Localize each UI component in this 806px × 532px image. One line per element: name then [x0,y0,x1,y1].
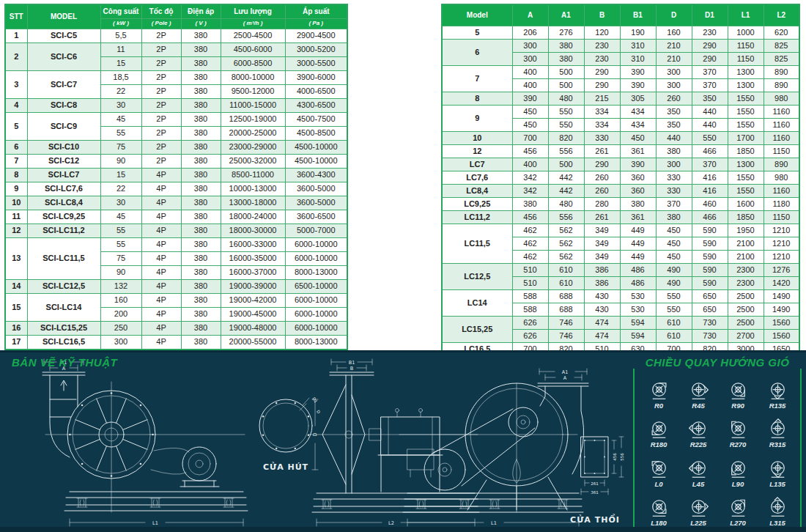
table-cell: 2P [141,99,181,113]
discharge-port-drawing: 456 556 261 361 CỬA THỔI [570,437,624,525]
stt-cell: 4 [5,99,27,113]
column-header: Model [442,4,512,26]
table-cell: 2300 [728,264,764,277]
table-row: 6SCI-C10752P38023000-290004500-10000 [5,141,347,155]
table-cell: 380 [181,57,221,71]
table-cell: 380 [181,169,221,182]
orientation-item: R0 [639,372,679,411]
table-row: 52062761201901602301000620 [442,26,799,40]
table-cell: 610 [548,277,584,290]
table-cell: 4P [141,294,181,308]
table-cell: 19000-45000 [221,308,285,322]
table-cell: 300 [656,79,692,92]
table-cell: 1550 [728,106,764,119]
table-cell: 400 [512,158,548,171]
stt-cell: 1 [5,29,27,43]
table-cell: 2P [141,127,181,141]
table-cell: 10000-13000 [221,182,285,196]
table-cell: 510 [512,277,548,290]
table-cell: 1180 [764,198,799,211]
table-cell: 8000-13000 [285,266,347,280]
table-cell: 342 [512,185,548,198]
table-cell: 1560 [764,330,799,343]
dim-l2-label: L2 [388,520,394,526]
dimension-table-header: ModelAA1BB1DD1L1L2 [442,4,799,26]
col-header-model: MODEL [27,4,100,29]
orientation-item: R45 [679,372,718,411]
table-cell: 449 [620,251,656,264]
table-cell: 466 [692,145,728,158]
table-cell: 480 [548,198,584,211]
table-cell: 825 [764,40,799,53]
column-header: L1 [728,4,764,26]
dim-556-label: 556 [620,453,624,461]
table-row: LC15,2562674647459461073025001560 [442,317,799,330]
table-cell: 440 [692,106,728,119]
table-cell: 610 [656,317,692,330]
orientation-item: R270 [718,411,758,451]
table-cell: 380 [181,29,221,43]
table-cell: 75 [100,141,141,155]
table-cell: 450 [656,237,692,251]
table-cell: 23000-29000 [221,141,285,155]
fan-orientation-icon [726,415,750,440]
dim-361-label: 361 [591,490,599,495]
table-cell: 1420 [764,277,799,290]
table-cell: 2P [141,155,181,169]
table-cell: 290 [584,158,620,171]
table-cell: 6000-10000 [285,238,347,252]
fan-orientation-icon [647,377,671,401]
table-cell: 4P [141,238,181,252]
table-cell: 474 [584,330,620,343]
table-cell: 45 [100,113,141,127]
table-cell: 980 [764,92,799,106]
table-row: 17SCI-LC16,53004P38020000-550008000-1300… [5,336,347,350]
table-cell: 442 [548,171,584,185]
table-cell: 18,5 [100,71,141,85]
orientation-label: R315 [769,440,786,448]
table-row: 10SCI-LC8,4304P38013000-180003600-5000 [5,196,347,210]
table-cell: 19000-39000 [221,280,285,294]
table-cell: 2500-4500 [221,29,285,43]
table-cell: 550 [548,106,584,119]
stt-cell: 16 [5,322,27,336]
table-cell: 1700 [728,132,764,145]
orientation-item: R225 [679,411,718,451]
table-cell: 688 [548,303,584,317]
stt-cell: 2 [5,43,27,71]
table-cell: 434 [620,106,656,119]
table-cell: 210 [656,53,692,66]
table-cell: 400 [512,66,548,79]
table-cell: 280 [584,198,620,211]
table-cell: 1210 [764,251,799,264]
drawing-section-title: BẢN VẼ KỸ THUẬT [12,356,117,369]
table-cell: 500 [548,66,584,79]
model-cell: 5 [442,26,512,40]
orientation-item: R315 [758,411,797,451]
stt-cell: 15 [5,294,27,322]
table-cell: 474 [584,317,620,330]
table-cell: 2P [141,43,181,57]
table-cell: 590 [692,277,728,290]
stt-cell: 17 [5,336,27,350]
table-cell: 300 [512,40,548,53]
table-cell: 370 [656,198,692,211]
orientation-label: L180 [651,519,667,527]
table-cell: 434 [620,119,656,132]
model-cell: SCI-C7 [27,71,100,99]
table-row: 5SCI-C9452P38012500-190004500-7500 [5,113,347,127]
table-row: 9SCI-LC7,6224P38010000-130003600-5000 [5,182,347,196]
table-row: 1SCI-C55,52P3802500-45002900-4500 [5,29,347,43]
dim-l1-label: L1 [152,520,158,526]
model-cell: SCI-C6 [27,43,100,71]
table-cell: 305 [620,92,656,106]
table-row: LC9,2538048028038037046016001180 [442,198,799,211]
orientation-item: L180 [639,489,679,529]
table-cell: 442 [548,185,584,198]
table-cell: 3600-5000 [285,196,347,210]
column-header: D [656,4,692,26]
table-row: 7SCI-C12902P38025000-320004500-10000 [5,155,347,169]
table-cell: 350 [692,92,728,106]
table-cell: 380 [181,43,221,57]
table-cell: 334 [584,106,620,119]
